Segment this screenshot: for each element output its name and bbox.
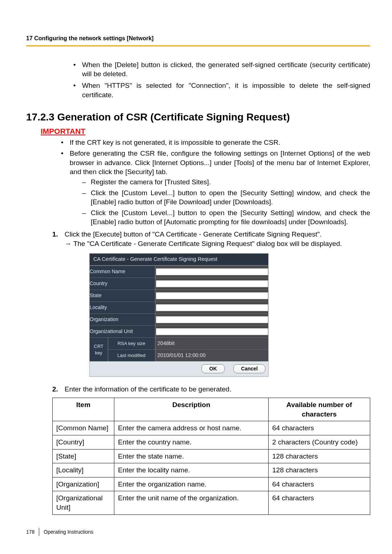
- important-item: If the CRT key is not generated, it is i…: [57, 138, 370, 147]
- cell: 64 characters: [269, 491, 370, 514]
- dialog-value: [155, 313, 268, 325]
- dialog-label: State: [90, 290, 155, 301]
- dash-list: Register the camera for [Trusted Sites].…: [70, 177, 370, 227]
- dialog-value: [155, 325, 268, 337]
- dialog-label: Common Name: [90, 266, 155, 278]
- important-item-text: Before generating the CSR file, configur…: [70, 149, 370, 176]
- intro-bullet: When "HTTPS" is selected for "Connection…: [70, 81, 370, 99]
- cell: [Locality]: [53, 463, 114, 477]
- important-item: Before generating the CSR file, configur…: [57, 149, 370, 227]
- country-input[interactable]: [155, 280, 269, 287]
- cell: [Country]: [53, 435, 114, 449]
- dialog-row: State: [90, 290, 268, 301]
- dialog-row: Organizational Unit: [90, 325, 268, 337]
- crt-sub-label: Last modified: [108, 349, 155, 361]
- dash-item: Click the [Custom Level...] button to op…: [81, 208, 370, 227]
- dialog-row: Locality: [90, 301, 268, 313]
- intro-bullet: When the [Delete] button is clicked, the…: [70, 60, 370, 79]
- dialog-value: [155, 278, 268, 290]
- dialog-label: Country: [90, 278, 155, 290]
- crt-sub-label: RSA key size: [108, 337, 155, 349]
- cell: 64 characters: [269, 477, 370, 491]
- crt-value: 2048bit: [155, 337, 268, 349]
- common-name-input[interactable]: [155, 268, 269, 275]
- cell: Enter the camera address or host name.: [114, 421, 269, 435]
- dialog-form: Common Name Country State Locality: [90, 266, 268, 362]
- dialog-label: Organization: [90, 313, 155, 325]
- dialog-row: CRT key RSA key size 2048bit: [90, 337, 268, 349]
- state-input[interactable]: [155, 292, 269, 299]
- th-item: Item: [53, 398, 114, 421]
- step-2-text: Enter the information of the certificate…: [65, 385, 231, 393]
- table-row: [State] Enter the state name. 128 charac…: [53, 449, 370, 463]
- page: 17 Configuring the network settings [Net…: [0, 0, 392, 554]
- cell: Enter the state name.: [114, 449, 269, 463]
- table-row: [Organization] Enter the organization na…: [53, 477, 370, 491]
- cell: 128 characters: [269, 463, 370, 477]
- page-number: 178: [26, 529, 34, 535]
- important-label: IMPORTANT: [41, 126, 370, 136]
- intro-bullets: When the [Delete] button is clicked, the…: [26, 60, 370, 100]
- table-row: [Common Name] Enter the camera address o…: [53, 421, 370, 435]
- footer: 178 Operating Instructions: [26, 528, 93, 536]
- locality-input[interactable]: [155, 304, 269, 311]
- section-title: 17.2.3 Generation of CSR (Certificate Si…: [26, 110, 370, 124]
- cell: [Organizational Unit]: [53, 491, 114, 514]
- th-chars: Available number of characters: [269, 398, 370, 421]
- dialog-value: [155, 290, 268, 301]
- header-rule: [26, 45, 370, 46]
- table-row: [Organizational Unit] Enter the unit nam…: [53, 491, 370, 514]
- cell: [State]: [53, 449, 114, 463]
- org-unit-input[interactable]: [155, 328, 269, 335]
- csr-fields-table: Item Description Available number of cha…: [52, 398, 370, 515]
- rsa-key-size: 2048bit: [155, 340, 175, 346]
- dialog-row: Common Name: [90, 266, 268, 278]
- ok-button[interactable]: OK: [201, 364, 225, 373]
- crt-key-label: CRT key: [90, 337, 108, 361]
- running-header: 17 Configuring the network settings [Net…: [26, 34, 370, 42]
- footer-divider: [39, 528, 39, 536]
- dash-item: Register the camera for [Trusted Sites].: [81, 177, 370, 187]
- cell: [Common Name]: [53, 421, 114, 435]
- important-list: If the CRT key is not generated, it is i…: [26, 138, 370, 227]
- organization-input[interactable]: [155, 316, 269, 323]
- cell: 2 characters (Country code): [269, 435, 370, 449]
- dash-item: Click the [Custom Level...] button to op…: [81, 188, 370, 207]
- th-description: Description: [114, 398, 269, 421]
- cell: Enter the country name.: [114, 435, 269, 449]
- cell: Enter the organization name.: [114, 477, 269, 491]
- dialog-label: Organizational Unit: [90, 325, 155, 337]
- step-1-text: Click the [Execute] button of "CA Certif…: [65, 230, 322, 238]
- cancel-button[interactable]: Cancel: [233, 364, 265, 373]
- cell: 128 characters: [269, 449, 370, 463]
- dialog-value: [155, 301, 268, 313]
- doc-title: Operating Instructions: [44, 529, 93, 535]
- table-header-row: Item Description Available number of cha…: [53, 398, 370, 421]
- dialog-title: CA Certificate - Generate Certificate Si…: [90, 254, 268, 266]
- last-modified: 2010/01/01 12:00:00: [155, 352, 206, 358]
- csr-dialog: CA Certificate - Generate Certificate Si…: [89, 253, 269, 377]
- crt-value: 2010/01/01 12:00:00: [155, 349, 268, 361]
- cell: [Organization]: [53, 477, 114, 491]
- step-1-result: → The "CA Certificate - Generate Certifi…: [65, 239, 370, 249]
- step-2: Enter the information of the certificate…: [52, 385, 370, 514]
- dialog-row: Country: [90, 278, 268, 290]
- dialog-value: [155, 266, 268, 278]
- table-row: [Country] Enter the country name. 2 char…: [53, 435, 370, 449]
- dialog-row: Last modified 2010/01/01 12:00:00: [90, 349, 268, 361]
- cell: Enter the locality name.: [114, 463, 269, 477]
- step-1: Click the [Execute] button of "CA Certif…: [52, 230, 370, 377]
- dialog-label: Locality: [90, 301, 155, 313]
- dialog-buttons: OK Cancel: [90, 361, 268, 376]
- cell: 64 characters: [269, 421, 370, 435]
- cell: Enter the unit name of the organization.: [114, 491, 269, 514]
- table-row: [Locality] Enter the locality name. 128 …: [53, 463, 370, 477]
- steps-list: Click the [Execute] button of "CA Certif…: [26, 230, 370, 515]
- dialog-row: Organization: [90, 313, 268, 325]
